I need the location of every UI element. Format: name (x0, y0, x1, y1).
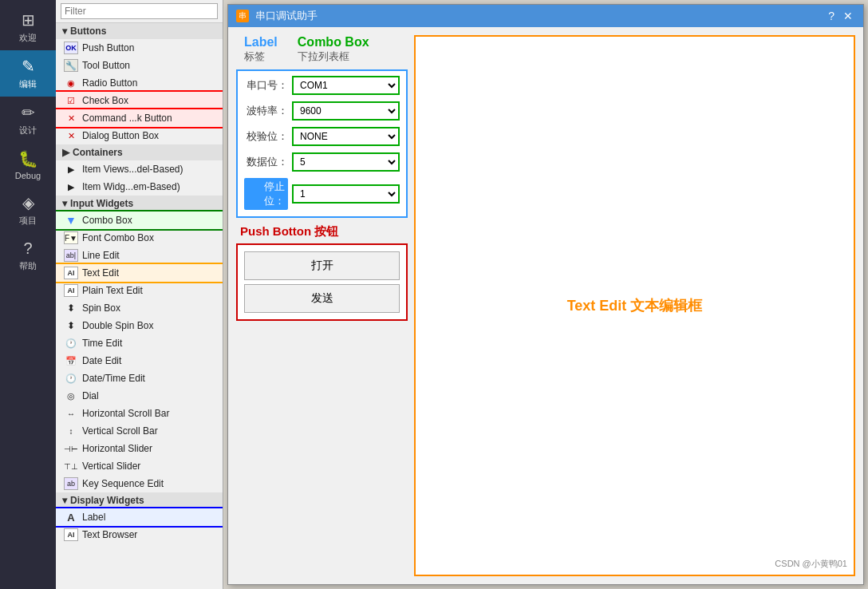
chevron-down-input-icon: ▾ (62, 198, 67, 209)
section-input-label: Input Widgets (70, 198, 133, 209)
datetime-edit-icon: 🕐 (64, 372, 78, 385)
spin-box-icon: ⬍ (64, 302, 78, 314)
baud-rate-select[interactable]: 9600 115200 57600 (294, 103, 398, 119)
sidebar-item-debug[interactable]: 🐛 Debug (0, 143, 56, 187)
item-text-edit[interactable]: AI Text Edit (56, 264, 223, 282)
serial-port-select[interactable]: COM1 COM2 COM3 (294, 77, 398, 93)
item-v-slider[interactable]: ⊤⊥ Vertical Slider (56, 457, 223, 475)
item-time-edit[interactable]: 🕐 Time Edit (56, 334, 223, 352)
dial-icon: ◎ (64, 389, 78, 402)
sidebar-item-edit[interactable]: ✎ 编辑 (0, 50, 56, 97)
text-edit-annotation: Text Edit 文本编辑框 (567, 296, 703, 315)
item-h-scroll-label: Horizontal Scroll Bar (82, 408, 169, 419)
section-buttons-label: Buttons (70, 26, 106, 37)
item-dial[interactable]: ◎ Dial (56, 387, 223, 405)
item-plain-text-edit-label: Plain Text Edit (82, 285, 143, 296)
item-widget-model[interactable]: ▶ Item Widg...em-Based) (56, 178, 223, 196)
filter-input[interactable] (61, 3, 218, 19)
annotation-row: Label 标签 Combo Box 下拉列表框 (236, 35, 408, 64)
item-plain-text-edit[interactable]: AI Plain Text Edit (56, 282, 223, 299)
double-spin-icon: ⬍ (64, 319, 78, 332)
item-views-model-label: Item Views...del-Based) (82, 164, 183, 175)
combo-box-icon: ▼ (64, 214, 78, 227)
item-views-model[interactable]: ▶ Item Views...del-Based) (56, 160, 223, 178)
chevron-down-icon: ▾ (62, 26, 67, 37)
check-box-icon: ☑ (64, 94, 78, 107)
font-combo-icon: F▼ (64, 231, 78, 244)
item-text-edit-label: Text Edit (82, 267, 119, 279)
item-h-scroll[interactable]: ↔ Horizontal Scroll Bar (56, 405, 223, 422)
item-spin-box[interactable]: ⬍ Spin Box (56, 299, 223, 317)
item-h-slider[interactable]: ⊣⊢ Horizontal Slider (56, 440, 223, 457)
item-key-seq-label: Key Sequence Edit (82, 478, 164, 489)
item-h-slider-label: Horizontal Slider (82, 443, 152, 454)
close-button[interactable]: ✕ (841, 10, 855, 22)
sidebar-item-welcome[interactable]: ⊞ 欢迎 (0, 4, 56, 50)
item-line-edit[interactable]: ab| Line Edit (56, 247, 223, 264)
h-scroll-icon: ↔ (64, 407, 78, 420)
dialog-title-bar: 串 串口调试助手 ? ✕ (228, 5, 863, 27)
item-command-button[interactable]: ✕ Command ...k Button (56, 109, 223, 127)
item-dialog-button[interactable]: ✕ Dialog Button Box (56, 127, 223, 144)
item-double-spin-box[interactable]: ⬍ Double Spin Box (56, 317, 223, 334)
sidebar-label-welcome: 欢迎 (19, 32, 37, 44)
serial-port-label: 串口号： (244, 78, 288, 93)
item-radio-button[interactable]: ◉ Radio Button (56, 74, 223, 92)
sidebar-label-design: 设计 (19, 125, 37, 136)
item-datetime-edit[interactable]: 🕐 Date/Time Edit (56, 370, 223, 387)
sidebar-item-help[interactable]: ? 帮助 (0, 233, 56, 279)
section-containers-label: Containers (73, 147, 123, 158)
sidebar-label-debug: Debug (15, 171, 41, 180)
send-button[interactable]: 发送 (244, 284, 400, 313)
baud-rate-combo-wrapper: 9600 115200 57600 (292, 101, 400, 121)
item-tool-button[interactable]: 🔧 Tool Button (56, 57, 223, 74)
title-controls: ? ✕ (826, 10, 855, 22)
parity-select[interactable]: NONE ODD EVEN (294, 128, 398, 144)
item-font-combo-box[interactable]: F▼ Font Combo Box (56, 229, 223, 247)
open-button[interactable]: 打开 (244, 251, 400, 280)
section-display: ▾ Display Widgets (56, 492, 223, 508)
item-v-scroll-label: Vertical Scroll Bar (82, 425, 158, 437)
dialog-body: Label 标签 Combo Box 下拉列表框 串口号： (228, 27, 863, 584)
item-check-box[interactable]: ☑ Check Box (56, 92, 223, 109)
dialog-window: 串 串口调试助手 ? ✕ Label 标签 Combo Box (227, 4, 864, 585)
item-line-edit-label: Line Edit (82, 250, 120, 261)
sidebar-label-project: 项目 (19, 215, 37, 227)
section-display-label: Display Widgets (70, 495, 144, 506)
item-v-scroll[interactable]: ↕ Vertical Scroll Bar (56, 422, 223, 440)
section-containers: ▶ Containers (56, 144, 223, 160)
sidebar: ⊞ 欢迎 ✎ 编辑 ✏ 设计 🐛 Debug ◈ 项目 ? 帮助 (0, 0, 56, 589)
serial-port-combo-wrapper: COM1 COM2 COM3 (292, 76, 400, 95)
date-edit-icon: 📅 (64, 354, 78, 367)
text-edit-icon: AI (64, 267, 78, 279)
sidebar-item-design[interactable]: ✏ 设计 (0, 97, 56, 143)
item-combo-box[interactable]: ▼ Combo Box (56, 211, 223, 229)
item-date-edit[interactable]: 📅 Date Edit (56, 352, 223, 370)
item-push-button[interactable]: OK Push Button (56, 39, 223, 57)
item-label[interactable]: A Label (56, 508, 223, 526)
filter-bar (56, 0, 223, 23)
widget-model-icon: ▶ (64, 180, 78, 193)
push-annotation: Push Botton 按钮 (236, 224, 408, 239)
item-text-browser[interactable]: AI Text Browser (56, 526, 223, 544)
data-bits-row: 数据位： 5 6 7 8 (244, 152, 400, 172)
help-button[interactable]: ? (826, 10, 837, 22)
item-spin-box-label: Spin Box (82, 302, 120, 314)
label-sub: 标签 (244, 49, 278, 64)
baud-rate-row: 波特率： 9600 115200 57600 (244, 101, 400, 121)
debug-icon: 🐛 (18, 149, 38, 168)
item-key-seq[interactable]: ab Key Sequence Edit (56, 475, 223, 492)
parity-row: 校验位： NONE ODD EVEN (244, 127, 400, 146)
stop-bits-select[interactable]: 1 2 (294, 186, 398, 202)
item-v-slider-label: Vertical Slider (82, 461, 140, 472)
design-icon: ✏ (22, 103, 35, 122)
sidebar-item-project[interactable]: ◈ 项目 (0, 187, 56, 233)
data-bits-select[interactable]: 5 6 7 8 (294, 154, 398, 170)
radio-button-icon: ◉ (64, 77, 78, 89)
item-tool-button-label: Tool Button (82, 60, 130, 71)
data-bits-combo-wrapper: 5 6 7 8 (292, 152, 400, 172)
item-command-button-label: Command ...k Button (82, 113, 172, 124)
dialog-title-icon: 串 (236, 10, 249, 22)
combo-sub: 下拉列表框 (298, 49, 369, 64)
parity-label: 校验位： (244, 129, 288, 144)
